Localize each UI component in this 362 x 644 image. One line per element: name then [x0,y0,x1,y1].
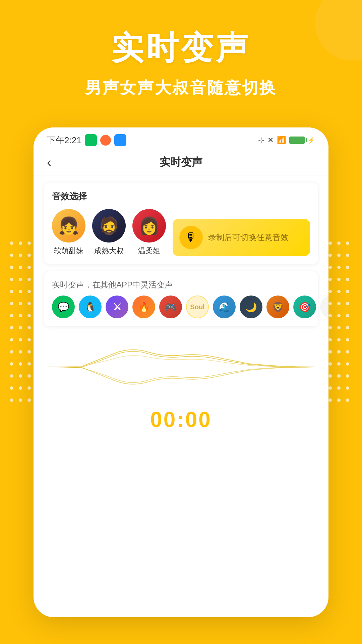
signal-icon: ✕ [267,136,274,145]
compat-card: 实时变声，在其他APP中灵活变声 💬 🐧 ⚔ 🔥 🎮 Sou [44,271,318,327]
wifi-icon: 📶 [277,136,286,145]
dots-left [10,241,34,408]
timer-area: 00:00 [34,400,328,439]
voice-active-overlay: 🎙 录制后可切换任意音效 [173,219,310,256]
voice-face-man: 🧔 [92,209,126,243]
app-qq[interactable]: 🐧 [79,296,102,318]
content-area: 音效选择 👧 软萌甜妹 🧔 成熟大叔 [34,175,328,333]
voice-avatar-gentle: 👩 [132,209,166,243]
app-game4[interactable]: 🌊 [213,296,236,318]
app-icons-row: 💬 🐧 ⚔ 🔥 🎮 Soul 🌊 [52,296,310,318]
soul-label: Soul [190,303,204,311]
waveform-svg [44,347,318,387]
header-section: 实时变声 男声女声大叔音随意切换 [0,27,362,99]
phone-mockup: 下午2:21 ⊹ ✕ 📶 ⚡ ‹ 实时变声 音效选择 [34,127,328,617]
sound-effects-card: 音效选择 👧 软萌甜妹 🧔 成熟大叔 [44,182,318,264]
status-right-icons: ⊹ ✕ 📶 ⚡ [258,136,315,145]
voice-avatar-girl: 👧 [52,209,85,243]
app-game7[interactable]: 🎯 [293,296,316,318]
app-wechat[interactable]: 💬 [52,296,75,318]
app-game2[interactable]: 🔥 [132,296,155,318]
status-time: 下午2:21 [47,135,81,146]
nav-title: 实时变声 [160,155,202,170]
bluetooth-icon: ⊹ [258,136,264,145]
mic-icon: 🎙 [179,226,203,249]
app-game6[interactable]: 🦁 [266,296,289,318]
app-more[interactable]: ··· [320,296,328,318]
voice-avatar-man: 🧔 [92,209,126,243]
nav-bar: ‹ 实时变声 [34,150,328,175]
app-game5[interactable]: 🌙 [240,296,262,318]
back-button[interactable]: ‹ [47,155,51,170]
status-wechat-icon [85,134,97,146]
status-app-icon [100,135,111,146]
battery-tip [306,138,307,142]
bolt-icon: ⚡ [308,137,315,144]
main-title: 实时变声 [0,27,362,70]
timer-display: 00:00 [150,408,212,432]
status-qq-icon [114,134,126,146]
voice-face-girl: 👧 [52,209,85,243]
voice-label-girl: 软萌甜妹 [54,246,83,256]
voice-face-gentle: 👩 [132,209,166,243]
sub-title: 男声女声大叔音随意切换 [0,77,362,99]
status-bar: 下午2:21 ⊹ ✕ 📶 ⚡ [34,127,328,150]
compat-title: 实时变声，在其他APP中灵活变声 [52,279,310,290]
dots-right [328,241,352,408]
voice-option-girl[interactable]: 👧 软萌甜妹 [52,209,85,256]
app-soul[interactable]: Soul [186,296,209,318]
app-game1[interactable]: ⚔ [106,296,128,318]
voice-option-man[interactable]: 🧔 成熟大叔 [92,209,126,256]
overlay-text: 录制后可切换任意音效 [208,232,289,243]
app-game3[interactable]: 🎮 [159,296,182,318]
voice-label-man: 成熟大叔 [94,246,124,256]
battery-indicator: ⚡ [289,137,315,144]
voice-label-gentle: 温柔姐 [138,246,160,256]
voice-option-gentle[interactable]: 👩 温柔姐 [132,209,166,256]
voice-options-row: 👧 软萌甜妹 🧔 成熟大叔 👩 温柔姐 [52,209,310,256]
sound-card-title: 音效选择 [52,191,310,202]
waveform-area [34,333,328,400]
battery-body [289,137,305,144]
